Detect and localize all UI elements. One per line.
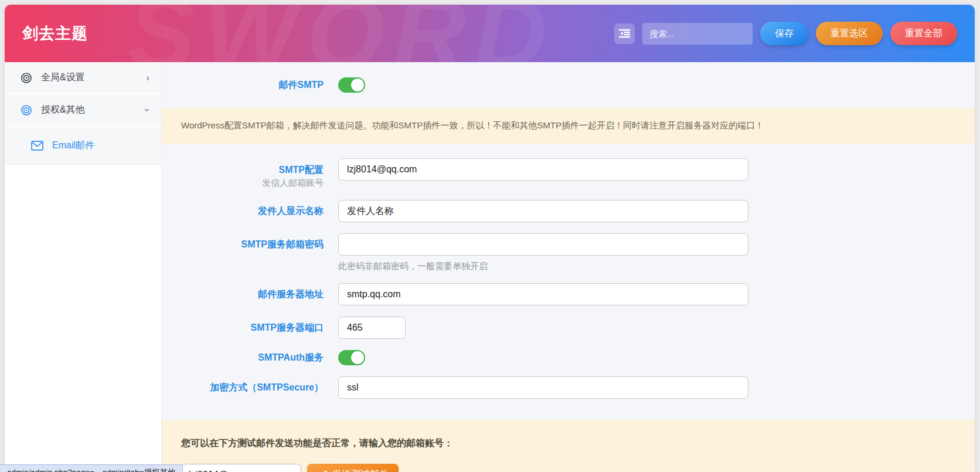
chevron-down-icon: ›	[143, 108, 153, 112]
browser-status-tooltip: admin/admin.php?page=…admin#tab=授权其他	[0, 464, 183, 472]
form-row-sender-name: 发件人显示名称	[162, 200, 975, 222]
chevron-right-icon: ›	[146, 73, 149, 83]
port-input[interactable]	[338, 317, 406, 339]
password-input[interactable]	[338, 233, 748, 256]
reset-selection-button[interactable]: 重置选区	[816, 22, 883, 45]
form-row-server: 邮件服务器地址	[162, 283, 975, 305]
form-row-account: SMTP配置 发信人邮箱账号	[162, 158, 975, 189]
paper-plane-icon	[317, 470, 328, 472]
field-label-smtp-toggle: 邮件SMTP	[279, 80, 324, 90]
password-helper-text: 此密码非邮箱密码，一般需要单独开启	[338, 261, 748, 272]
header-controls: 保存 重置选区 重置全部	[614, 22, 957, 45]
sidebar-item-label: 授权&其他	[41, 104, 85, 116]
field-label-port: SMTP服务器端口	[251, 322, 324, 332]
sender-name-input[interactable]	[338, 200, 748, 222]
sidebar-subitem-label: Email邮件	[52, 140, 94, 152]
auth-toggle-switch[interactable]	[338, 350, 365, 365]
target-icon	[21, 104, 32, 116]
test-email-section: 您可以在下方测试邮件发送功能是否正常，请输入您的邮箱账号： 发送测试邮件	[162, 420, 975, 472]
settings-panel: SWORD 剑去主题 保存 重置选区 重置全部	[5, 5, 975, 472]
sidebar-subitem-email[interactable]: Email邮件	[5, 127, 161, 165]
save-button[interactable]: 保存	[760, 22, 808, 45]
field-label-password: SMTP服务邮箱密码	[241, 239, 324, 249]
secure-input[interactable]	[338, 376, 748, 399]
field-label-secure: 加密方式（SMTPSecure）	[210, 382, 324, 392]
field-sublabel-account: 发信人邮箱账号	[162, 177, 324, 189]
test-email-row: 发送测试邮件	[181, 464, 960, 472]
form-row-port: SMTP服务器端口	[162, 317, 975, 339]
reset-all-button[interactable]: 重置全部	[890, 22, 957, 45]
sidebar-item-global-settings[interactable]: 全局&设置 ›	[5, 62, 161, 94]
envelope-icon	[31, 141, 43, 151]
sidebar-item-label: 全局&设置	[41, 72, 85, 84]
collapse-sidebar-icon	[619, 29, 630, 38]
search-input[interactable]	[642, 23, 753, 45]
field-label-sender-name: 发件人显示名称	[258, 206, 324, 216]
form-row-auth: SMTPAuth服务	[162, 350, 975, 365]
server-input[interactable]	[338, 283, 748, 305]
send-test-email-label: 发送测试邮件	[332, 468, 389, 472]
page-title: 剑去主题	[22, 23, 88, 44]
form-row-password: SMTP服务邮箱密码 此密码非邮箱密码，一般需要单独开启	[162, 233, 975, 272]
notice-bar: WordPress配置SMTP邮箱，解决邮件发送问题。功能和SMTP插件一致，所…	[162, 108, 975, 144]
header: SWORD 剑去主题 保存 重置选区 重置全部	[5, 5, 975, 62]
test-email-prompt: 您可以在下方测试邮件发送功能是否正常，请输入您的邮箱账号：	[181, 437, 960, 450]
field-label-account: SMTP配置	[162, 158, 324, 177]
account-input[interactable]	[338, 158, 748, 181]
smtp-toggle-row: 邮件SMTP	[162, 62, 975, 108]
content: 邮件SMTP WordPress配置SMTP邮箱，解决邮件发送问题。功能和SMT…	[162, 62, 975, 472]
sidebar-item-license-other[interactable]: 授权&其他 ›	[5, 94, 161, 127]
sidebar: 全局&设置 › 授权&其他 ›	[5, 62, 162, 472]
form-row-secure: 加密方式（SMTPSecure）	[162, 376, 975, 399]
smtp-toggle-switch[interactable]	[338, 77, 365, 93]
field-label-server: 邮件服务器地址	[258, 289, 324, 299]
test-email-input[interactable]	[181, 464, 301, 472]
watermark-text: SWORD	[128, 5, 555, 62]
collapse-sidebar-button[interactable]	[614, 23, 635, 44]
target-icon	[21, 72, 32, 84]
send-test-email-button[interactable]: 发送测试邮件	[307, 464, 399, 472]
smtp-form: SMTP配置 发信人邮箱账号 发件人显示名称 SMTP服务邮箱密码	[162, 144, 975, 410]
field-label-auth: SMTPAuth服务	[258, 352, 324, 362]
